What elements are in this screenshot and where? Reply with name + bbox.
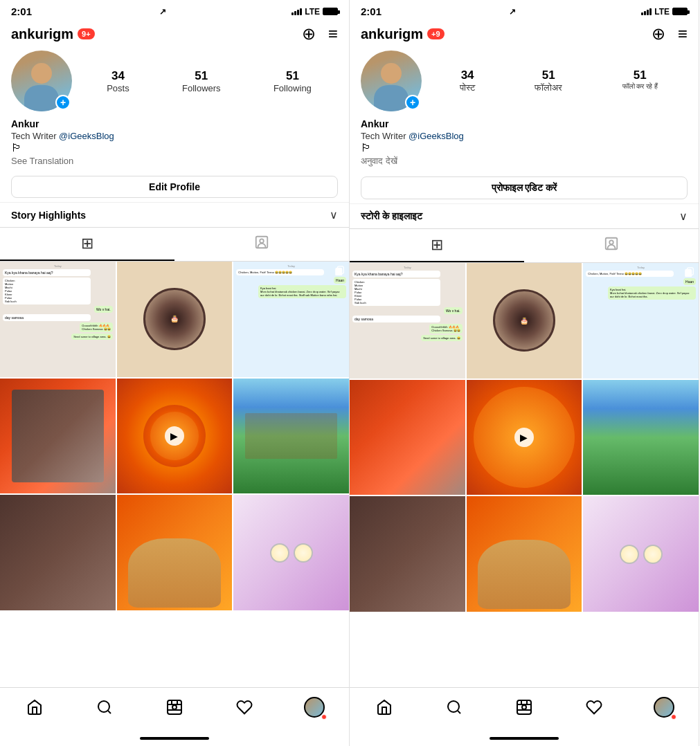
left-phone-panel: 2:01 ↗ LTE ankurigm 9+ ⊕ ≡	[0, 0, 350, 746]
edit-profile-button-right[interactable]: प्रोफाइल एडिट करें	[361, 176, 688, 199]
grid-cell-r4[interactable]	[350, 380, 465, 495]
grid-cell-8[interactable]	[117, 495, 233, 610]
person-tag-icon-right	[604, 236, 619, 255]
arrow-left: ↗	[159, 7, 166, 17]
add-story-button-right[interactable]: +	[405, 95, 420, 110]
grid-cell-7[interactable]	[0, 495, 116, 610]
grid-cell-5[interactable]: ▶	[117, 379, 233, 494]
home-button-left[interactable]	[19, 695, 50, 720]
notification-badge-right[interactable]: +9	[427, 28, 445, 39]
heart-button-left[interactable]	[229, 695, 260, 720]
home-indicator-left	[0, 731, 349, 746]
bio-link-left[interactable]: @iGeeksBlog	[59, 131, 114, 141]
menu-icon-right[interactable]: ≡	[678, 24, 688, 44]
grid-cell-6[interactable]	[233, 379, 349, 494]
followers-label-right: फॉलोअर	[535, 82, 562, 93]
grid-cell-r1[interactable]: Today Kya kya khana banaya hai aaj? Chic…	[350, 263, 465, 379]
edit-btn-wrap-left: Edit Profile	[0, 172, 349, 202]
right-phone-panel: 2:01 ↗ LTE ankurigm +9 ⊕ ≡	[350, 0, 699, 746]
stats-row-left: 34 Posts 51 Followers 51 Following	[80, 69, 338, 93]
tab-tagged-right[interactable]	[524, 229, 699, 262]
followers-label-left: Followers	[182, 83, 221, 93]
username-left: ankurigm	[11, 26, 73, 42]
followers-stat-right[interactable]: 51 फॉलोअर	[535, 69, 562, 93]
search-button-left[interactable]	[89, 695, 120, 720]
grid-cell-r3[interactable]: Today Chicken, Mutton, Fish! Teeno 😂😂😂😂😂…	[583, 263, 699, 379]
home-button-right[interactable]	[369, 695, 400, 720]
add-post-icon-left[interactable]: ⊕	[302, 24, 316, 44]
grid-cell-r9[interactable]	[583, 496, 699, 612]
bottom-nav-left	[0, 687, 349, 731]
signal-icon	[291, 8, 302, 15]
following-label-right: फॉलो कर रहे हैं	[622, 82, 658, 91]
nav-icons-right: ⊕ ≡	[652, 24, 688, 44]
bio-text-right: Tech Writer @iGeeksBlog	[361, 129, 688, 142]
menu-icon-left[interactable]: ≡	[328, 24, 338, 44]
search-button-right[interactable]	[439, 695, 469, 720]
profile-button-right[interactable]	[649, 695, 679, 720]
stats-row-right: 34 पोस्ट 51 फॉलोअर 51 फॉलो कर रहे हैं	[430, 69, 688, 93]
see-translation-right[interactable]: अनुवाद देखें	[361, 154, 688, 168]
grid-cell-3[interactable]: Today Chicken, Mutton, Fish! Teeno 😂😂😂😂😂…	[233, 262, 349, 377]
tab-grid-left[interactable]: ⊞	[0, 228, 174, 261]
grid-container-left: Today Kya kya khana banaya hai aaj? Chic…	[0, 262, 349, 610]
bio-link-right[interactable]: @iGeeksBlog	[409, 131, 464, 141]
edit-profile-button-left[interactable]: Edit Profile	[11, 176, 338, 198]
bio-flag-right: 🏳	[361, 142, 688, 154]
following-label-left: Following	[273, 83, 312, 93]
grid-cell-9[interactable]	[233, 495, 349, 610]
grid-container-right: Today Kya kya khana banaya hai aaj? Chic…	[350, 263, 699, 612]
top-nav-right: ankurigm +9 ⊕ ≡	[350, 20, 699, 48]
grid-icon-left: ⊞	[81, 235, 93, 253]
reels-button-left[interactable]	[159, 695, 190, 720]
avatar-right[interactable]: +	[361, 51, 422, 111]
username-row-right: ankurigm +9	[361, 26, 445, 42]
following-stat-right[interactable]: 51 फॉलो कर रहे हैं	[622, 69, 658, 93]
person-tag-icon-left	[254, 235, 269, 254]
bottom-nav-right	[350, 687, 699, 731]
signal-icon-right	[641, 8, 652, 15]
svg-line-17	[458, 711, 460, 713]
see-translation-left[interactable]: See Translation	[11, 154, 338, 167]
username-row-left: ankurigm 9+	[11, 26, 95, 42]
story-highlights-right[interactable]: स्टोरी के हाइलाइट ∨	[350, 203, 699, 228]
following-count-right: 51	[634, 69, 647, 82]
grid-cell-r2[interactable]: 🎂	[467, 263, 582, 379]
grid-cell-4[interactable]	[0, 379, 116, 494]
add-story-button-left[interactable]: +	[55, 95, 71, 110]
posts-stat-right: 34 पोस्ट	[460, 69, 475, 93]
posts-count-left: 34	[111, 69, 125, 83]
grid-cell-r8[interactable]	[467, 496, 582, 612]
grid-cell-r7[interactable]	[350, 496, 465, 612]
carrier-left: LTE	[305, 7, 320, 17]
profile-button-left[interactable]	[299, 695, 330, 720]
tab-tagged-left[interactable]	[174, 228, 349, 261]
play-icon-5: ▶	[165, 426, 184, 446]
heart-button-right[interactable]	[579, 695, 609, 720]
avatar-left[interactable]: +	[11, 51, 72, 111]
add-post-icon-right[interactable]: ⊕	[652, 24, 665, 44]
grid-cell-2[interactable]: 🎂	[117, 262, 233, 377]
grid-cell-r5[interactable]: ▶	[467, 380, 582, 495]
top-nav-left: ankurigm 9+ ⊕ ≡	[0, 20, 349, 48]
grid-cell-r6[interactable]	[583, 380, 699, 495]
edit-btn-wrap-right: प्रोफाइल एडिट करें	[350, 172, 699, 203]
bio-role-right: Tech Writer	[361, 131, 409, 141]
tab-grid-right[interactable]: ⊞	[350, 229, 524, 262]
profile-section-right: + 34 पोस्ट 51 फॉलोअर 51 फॉलो कर रहे हैं	[350, 48, 699, 117]
grid-cell-1[interactable]: Today Kya kya khana banaya hai aaj? Chic…	[0, 262, 116, 377]
posts-stat-left: 34 Posts	[107, 69, 129, 93]
followers-stat-left[interactable]: 51 Followers	[182, 69, 221, 93]
following-stat-left[interactable]: 51 Following	[273, 69, 312, 93]
svg-rect-3	[336, 269, 342, 276]
reels-button-right[interactable]	[509, 695, 539, 720]
notification-badge-left[interactable]: 9+	[78, 28, 95, 39]
grid-icon-right: ⊞	[431, 236, 443, 254]
multi-photo-icon	[335, 266, 345, 278]
battery-icon-right	[672, 8, 688, 15]
svg-line-5	[108, 711, 111, 713]
story-highlights-left[interactable]: Story Highlights ∨	[0, 202, 349, 227]
svg-point-4	[98, 701, 109, 712]
svg-rect-15	[685, 270, 692, 278]
play-icon-r5: ▶	[514, 428, 534, 447]
